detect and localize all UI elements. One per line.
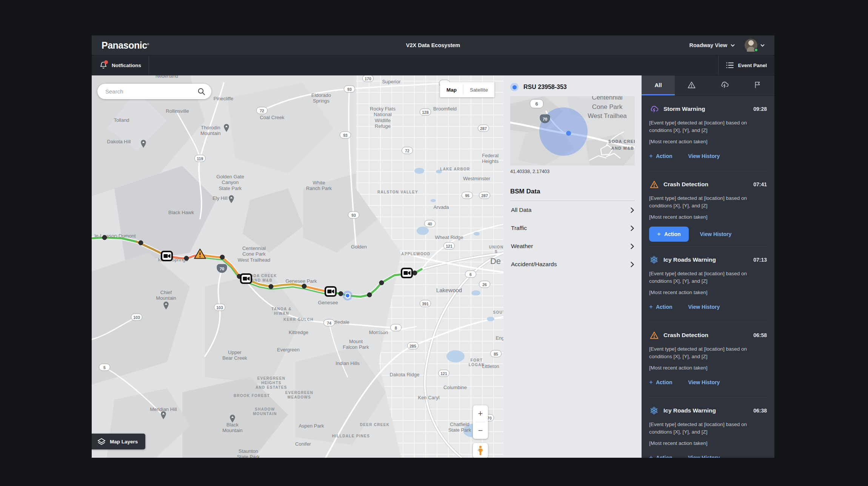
- rsu-title: RSU 23958-353: [523, 84, 567, 90]
- action-link[interactable]: +Action: [649, 454, 673, 458]
- search-icon[interactable]: [197, 87, 205, 95]
- event-card: Crash Detection 06:58 [Event type] detec…: [649, 322, 767, 397]
- event-actions: +Action View History: [649, 227, 767, 242]
- chevron-right-icon: [631, 262, 634, 267]
- plus-icon: +: [649, 379, 653, 386]
- event-description: [Event type] detected at [location] base…: [649, 421, 767, 435]
- event-description: [Event type] detected at [location] base…: [649, 270, 767, 285]
- event-description: [Event type] detected at [location] base…: [649, 195, 767, 209]
- tab-weather[interactable]: [708, 75, 741, 95]
- view-history-link[interactable]: View History: [700, 231, 732, 237]
- map-type-map[interactable]: Map: [440, 82, 463, 97]
- pegman-button[interactable]: [473, 443, 488, 458]
- crash-warning-icon: [649, 179, 659, 189]
- event-title: Crash Detection: [663, 181, 753, 188]
- bsm-menu-item[interactable]: Accident/Hazards: [510, 255, 635, 273]
- chevron-down-icon: [760, 44, 765, 47]
- plus-icon: +: [657, 230, 661, 238]
- event-list: Storm Warning 09:28 [Event type] detecte…: [642, 96, 774, 458]
- bsm-item-label: Accident/Hazards: [511, 261, 557, 268]
- minimap-place-label: Centennial Cone Park West Trailhea: [575, 96, 635, 121]
- bsm-menu-item[interactable]: Weather: [510, 237, 635, 255]
- view-history-link[interactable]: View History: [688, 379, 720, 385]
- storm-warning-icon: [649, 104, 659, 114]
- view-history-link[interactable]: View History: [688, 304, 720, 310]
- rsu-detail-panel: RSU 23958-353: [503, 75, 642, 458]
- bsm-item-label: All Data: [511, 207, 531, 213]
- map-search: [97, 84, 211, 99]
- action-button[interactable]: +Action: [649, 227, 689, 242]
- event-actions: +Action View History: [649, 152, 767, 160]
- search-input[interactable]: [105, 88, 197, 95]
- bsm-item-label: Weather: [511, 243, 533, 250]
- zoom-out-button[interactable]: −: [473, 422, 488, 439]
- view-history-link[interactable]: View History: [688, 153, 720, 159]
- event-last-action: [Most recent action taken]: [649, 139, 767, 144]
- bsm-menu-item[interactable]: Traffic: [510, 219, 635, 237]
- event-panel-label: Event Panel: [738, 63, 767, 68]
- action-link[interactable]: +Action: [649, 152, 673, 160]
- map-canvas: [92, 75, 503, 458]
- event-title: Storm Warning: [663, 106, 753, 112]
- event-time: 06:38: [753, 408, 767, 414]
- event-last-action: [Most recent action taken]: [649, 440, 767, 446]
- toolbar: Notfications Event Panel: [92, 55, 774, 75]
- event-panel: All: [642, 75, 774, 458]
- event-description: [Event type] detected at [location] base…: [649, 119, 767, 134]
- view-selector[interactable]: Roadway View: [689, 42, 735, 48]
- plus-icon: +: [649, 303, 653, 311]
- flag-icon: [754, 81, 762, 89]
- view-selector-label: Roadway View: [689, 42, 727, 48]
- event-card: Storm Warning 09:28 [Event type] detecte…: [649, 96, 767, 171]
- warning-triangle-icon: [687, 81, 696, 89]
- bsm-menu: All Data Traffic Weather Acciden: [510, 201, 635, 273]
- map-layers-button[interactable]: Map Layers: [92, 434, 145, 449]
- rsu-coordinates: 41.40338, 2.17403: [510, 169, 635, 174]
- map[interactable]: Nederlandle-Lawson-DumontTollandRollinsv…: [92, 75, 503, 458]
- event-time: 07:13: [753, 257, 767, 263]
- map-layers-label: Map Layers: [110, 439, 138, 445]
- plus-icon: +: [649, 152, 653, 160]
- snowflake-icon: [649, 406, 659, 415]
- account-menu[interactable]: [745, 39, 765, 52]
- snowflake-icon: [649, 255, 659, 265]
- app-header: Panasonic® V2X Data Ecosystem Roadway Vi…: [92, 35, 774, 55]
- event-panel-button[interactable]: Event Panel: [718, 55, 774, 75]
- event-time: 06:58: [753, 332, 767, 338]
- zoom-in-button[interactable]: +: [473, 405, 488, 422]
- event-card: Icy Roads Warning 07:13 [Event type] det…: [649, 247, 767, 322]
- bsm-menu-item[interactable]: All Data: [510, 201, 635, 219]
- tab-all[interactable]: All: [642, 75, 675, 95]
- list-icon: [726, 62, 734, 69]
- storm-cloud-icon: [720, 80, 729, 89]
- app-title: V2X Data Ecosystem: [92, 42, 774, 48]
- highway-shield: 6: [530, 99, 543, 108]
- action-link[interactable]: +Action: [649, 303, 673, 311]
- event-actions: +Action View History: [649, 454, 767, 458]
- view-history-link[interactable]: View History: [688, 455, 720, 458]
- minimap-area-label: SODA CREE AND M&B: [593, 138, 635, 152]
- event-time: 07:41: [753, 181, 767, 187]
- event-description: [Event type] detected at [location] base…: [649, 345, 767, 360]
- event-actions: +Action View History: [649, 303, 767, 311]
- map-type-satellite[interactable]: Satellite: [463, 82, 494, 97]
- avatar: [745, 39, 757, 52]
- rsu-minimap[interactable]: 6 70 Centennial Cone Park West Trailhea …: [510, 96, 635, 166]
- crash-warning-icon: [649, 330, 659, 340]
- notifications-label: Notfications: [112, 63, 141, 68]
- bsm-item-label: Traffic: [511, 225, 527, 232]
- event-title: Icy Roads Warning: [663, 256, 753, 263]
- tab-hazards[interactable]: [675, 75, 708, 95]
- chevron-right-icon: [631, 244, 634, 249]
- tab-flagged[interactable]: [741, 75, 774, 95]
- event-card: Crash Detection 07:41 [Event type] detec…: [649, 171, 767, 247]
- event-tabs: All: [642, 75, 774, 96]
- chevron-right-icon: [631, 207, 634, 213]
- notifications-button[interactable]: Notfications: [92, 55, 149, 75]
- rsu-status-icon: [510, 83, 519, 91]
- chevron-down-icon: [731, 44, 735, 47]
- action-link[interactable]: +Action: [649, 379, 673, 386]
- presence-dot: [754, 48, 758, 52]
- event-last-action: [Most recent action taken]: [649, 214, 767, 220]
- bsm-data-title: BSM Data: [510, 188, 635, 201]
